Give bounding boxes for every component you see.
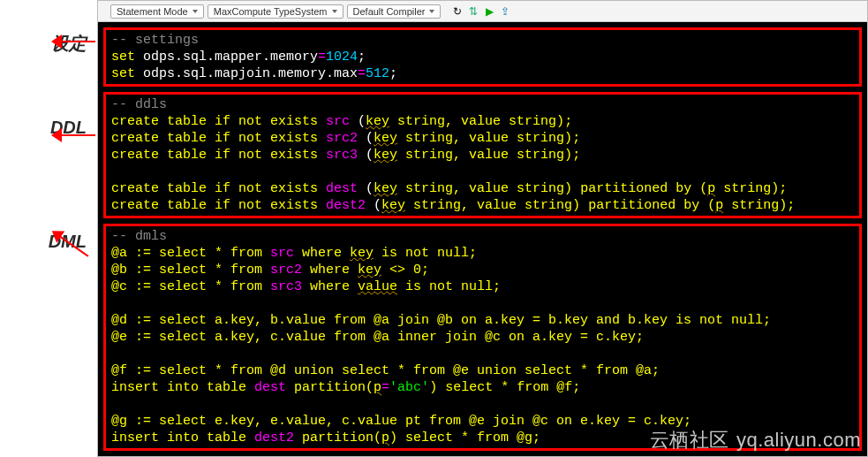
dropdown-label: Statement Mode — [117, 6, 188, 17]
compiler-dropdown[interactable]: Default Compiler — [347, 4, 442, 19]
dml-line-g: @g := select e.key, e.value, c.value pt … — [111, 414, 691, 429]
comment: -- dmls — [111, 229, 167, 244]
settings-block: -- settings set odps.sql.mapper.memory=1… — [103, 27, 862, 87]
refresh-icon[interactable]: ↻ — [451, 5, 464, 18]
statement-mode-dropdown[interactable]: Statement Mode — [110, 4, 204, 19]
comment: -- settings — [111, 33, 199, 48]
sort-icon[interactable]: ⇅ — [467, 5, 479, 18]
chevron-down-icon — [429, 10, 434, 13]
dropdown-label: Default Compiler — [353, 6, 426, 17]
editor-panel: Statement Mode MaxCompute TypeSystem Def… — [97, 0, 868, 457]
play-icon[interactable]: ▶ — [483, 5, 495, 18]
code-editor[interactable]: -- settings set odps.sql.mapper.memory=1… — [98, 22, 867, 456]
comment: -- ddls — [111, 97, 167, 112]
dml-line-f: @f := select * from @d union select * fr… — [111, 363, 660, 378]
dropdown-label: MaxCompute TypeSystem — [214, 6, 328, 17]
upload-icon[interactable]: ⇪ — [499, 5, 511, 18]
typesystem-dropdown[interactable]: MaxCompute TypeSystem — [208, 4, 343, 19]
watermark-url: yq.aliyun.com — [736, 429, 861, 451]
annotation-panel: 设定 DDL DML — [0, 0, 97, 457]
ddl-block: -- ddls create table if not exists src (… — [103, 92, 862, 218]
label-settings: 设定 — [0, 32, 97, 56]
watermark: 云栖社区yq.aliyun.com — [650, 427, 861, 453]
dml-block: -- dmls @a := select * from src where ke… — [103, 224, 862, 451]
arrow-settings — [58, 41, 95, 42]
watermark-cn: 云栖社区 — [650, 429, 729, 451]
dml-line-e: @e := select a.key, c.value from @a inne… — [111, 330, 644, 345]
arrow-ddl — [58, 134, 95, 136]
chevron-down-icon — [192, 10, 198, 13]
chevron-down-icon — [332, 10, 337, 13]
toolbar: Statement Mode MaxCompute TypeSystem Def… — [98, 1, 867, 22]
dml-line-d: @d := select a.key, b.value from @a join… — [111, 313, 771, 328]
